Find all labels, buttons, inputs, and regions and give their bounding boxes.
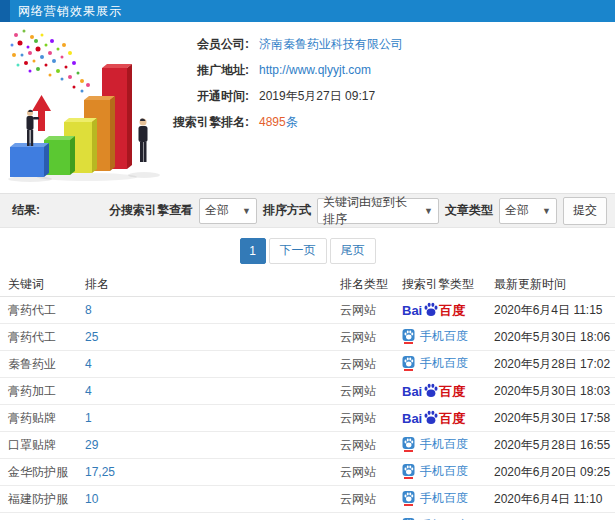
promo-url-link[interactable]: http://www.qlyyjt.com [259,63,371,77]
rank-link[interactable]: 4 [85,357,340,371]
table-row: 福建防护服 10 云网站 手机百度 2020年6月4日 11:10 [0,486,615,513]
keyword-cell: 膏药加工 [8,383,85,400]
open-time-row: 开通时间: 2019年5月27日 09:17 [165,83,403,109]
baidu-mobile-icon [402,491,416,506]
rank-type-cell: 云网站 [340,491,402,508]
col-rank: 排名 [85,276,340,293]
rank-type-cell: 云网站 [340,464,402,481]
table-row: 膏药代工 8 云网站 Bai百度 2020年6月4日 11:15 [0,297,615,324]
engine-cell: 手机百度 [402,328,494,347]
chevron-down-icon: ▼ [542,206,551,216]
engine-cell: 手机百度 [402,490,494,509]
table-row: 膏药加工 4 云网站 Bai百度 2020年5月30日 18:03 [0,378,615,405]
open-time-value: 2019年5月27日 09:17 [259,88,375,105]
update-time-cell: 2020年5月30日 18:06 [494,329,615,346]
chevron-down-icon: ▼ [424,206,433,216]
member-company-link[interactable]: 济南秦鲁药业科技有限公司 [259,36,403,53]
member-company-row: 会员公司: 济南秦鲁药业科技有限公司 [165,31,403,57]
submit-button[interactable]: 提交 [563,197,607,225]
rank-count-unit: 条 [286,115,298,129]
keyword-cell: 金华防护服 [8,464,85,481]
baidu-mobile-badge: 手机百度 [402,463,468,480]
table-row: 膏药代工 25 云网站 手机百度 2020年5月30日 18:06 [0,324,615,351]
page-title: 网络营销效果展示 [0,3,122,20]
article-type-select[interactable]: 全部 ▼ [499,198,557,224]
window-title-bar: 网络营销效果展示 [0,0,615,22]
promo-url-label: 推广地址: [165,62,249,79]
filter-bar: 结果: 分搜索引擎查看 全部 ▼ 排序方式 关键词由短到长排序 ▼ 文章类型 全… [0,193,615,228]
account-info-fields: 会员公司: 济南秦鲁药业科技有限公司 推广地址: http://www.qlyy… [165,31,403,135]
baidu-mobile-badge: 手机百度 [402,517,468,520]
col-update-time: 最新更新时间 [494,276,615,293]
keyword-cell: 福建防护服 [8,491,85,508]
page-1-button[interactable]: 1 [240,238,266,264]
next-page-button[interactable]: 下一页 [269,238,327,264]
baidu-mobile-icon [402,464,416,479]
col-rank-type: 排名类型 [340,276,402,293]
rank-link[interactable]: 4 [85,384,340,398]
update-time-cell: 2020年6月20日 09:25 [494,464,615,481]
engine-cell: Bai百度 [402,383,494,399]
sort-selected: 关键词由短到长排序 [323,194,418,228]
table-row: 膏药贴牌 1 云网站 Bai百度 2020年5月30日 17:58 [0,405,615,432]
rank-link[interactable]: 8 [85,303,340,317]
table-row: 金华防护服 17,25 云网站 手机百度 2020年6月20日 09:25 [0,459,615,486]
sort-label: 排序方式 [263,202,311,219]
businessman-right [139,119,148,163]
open-time-label: 开通时间: [165,88,249,105]
sort-select[interactable]: 关键词由短到长排序 ▼ [317,198,439,224]
engine-cell: Bai百度 [402,302,494,318]
confetti-dots [11,30,91,93]
rank-link[interactable]: 1 [85,411,340,425]
engine-rank-row: 搜索引擎排名: 4895条 [165,109,403,135]
pagination: 1 下一页 尾页 [0,228,615,273]
rank-count-number: 4895 [259,115,286,129]
bar-blue [10,143,49,177]
rank-link[interactable]: 29 [85,438,340,452]
filter-controls: 分搜索引擎查看 全部 ▼ 排序方式 关键词由短到长排序 ▼ 文章类型 全部 ▼ … [109,197,607,225]
table-row: 手机百度 [0,513,615,520]
rank-type-cell: 云网站 [340,437,402,454]
update-time-cell: 2020年6月4日 11:15 [494,302,615,319]
businessman-left [27,110,40,146]
keyword-rank-table: 关键词 排名 排名类型 搜索引擎类型 最新更新时间 膏药代工 8 云网站 Bai… [0,273,615,520]
last-page-button[interactable]: 尾页 [330,238,376,264]
baidu-pc-logo: Bai百度 [402,383,465,398]
keyword-cell: 膏药代工 [8,329,85,346]
rank-link[interactable]: 17,25 [85,465,340,479]
update-time-cell: 2020年5月30日 18:03 [494,383,615,400]
baidu-mobile-icon [402,356,416,371]
bar-chart-image [2,25,184,187]
member-company-label: 会员公司: [165,36,249,53]
article-type-label: 文章类型 [445,202,493,219]
keyword-cell: 膏药代工 [8,302,85,319]
rank-link[interactable]: 10 [85,492,340,506]
baidu-mobile-badge: 手机百度 [402,328,468,345]
baidu-pc-logo: Bai百度 [402,410,465,425]
keyword-cell: 秦鲁药业 [8,356,85,373]
rank-type-cell: 云网站 [340,410,402,427]
article-type-selected: 全部 [505,202,529,219]
baidu-paw-icon [423,410,439,425]
engine-view-label: 分搜索引擎查看 [109,202,193,219]
col-keyword: 关键词 [8,276,85,293]
table-row: 秦鲁药业 4 云网站 手机百度 2020年5月28日 17:02 [0,351,615,378]
engine-cell: 手机百度 [402,517,494,520]
baidu-paw-icon [423,302,439,317]
baidu-mobile-badge: 手机百度 [402,355,468,372]
engine-view-select[interactable]: 全部 ▼ [199,198,257,224]
promo-url-row: 推广地址: http://www.qlyyjt.com [165,57,403,83]
rank-type-cell: 云网站 [340,356,402,373]
engine-cell: Bai百度 [402,410,494,426]
chevron-down-icon: ▼ [242,206,251,216]
keyword-cell: 膏药贴牌 [8,410,85,427]
marketing-chart-illustration [2,25,184,187]
rank-type-cell: 云网站 [340,302,402,319]
engine-cell: 手机百度 [402,436,494,455]
update-time-cell: 2020年5月30日 17:58 [494,410,615,427]
rank-type-cell: 云网站 [340,383,402,400]
rank-link[interactable]: 25 [85,330,340,344]
engine-rank-value: 4895条 [259,114,298,131]
table-row: 口罩贴牌 29 云网站 手机百度 2020年5月28日 16:55 [0,432,615,459]
update-time-cell: 2020年5月28日 17:02 [494,356,615,373]
